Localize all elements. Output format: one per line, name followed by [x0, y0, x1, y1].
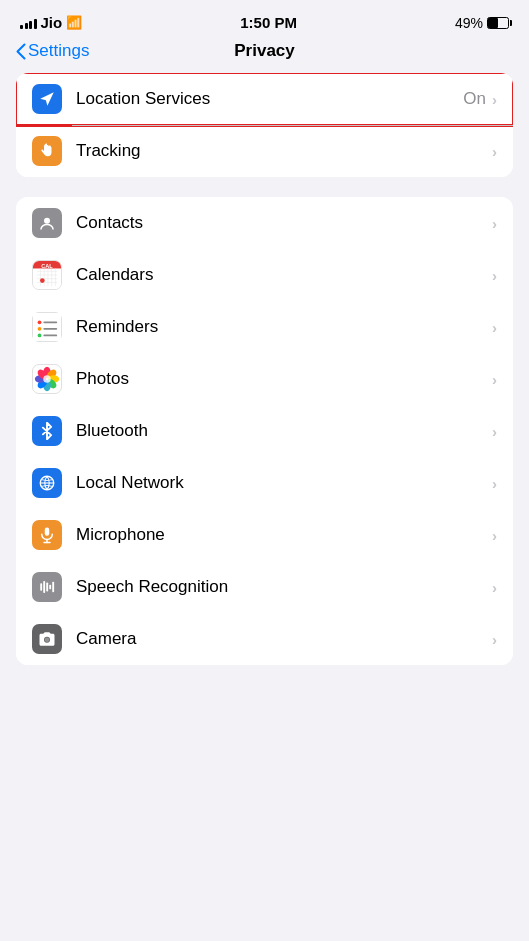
calendars-label: Calendars: [76, 265, 492, 285]
list-item-bluetooth[interactable]: Bluetooth ›: [16, 405, 513, 457]
nav-bar: Settings Privacy: [0, 37, 529, 73]
page-title: Privacy: [234, 41, 295, 61]
bluetooth-icon-bg: [32, 416, 62, 446]
calendars-chevron: ›: [492, 267, 497, 284]
status-battery: 49%: [455, 15, 509, 31]
svg-point-0: [44, 218, 50, 224]
photos-chevron: ›: [492, 371, 497, 388]
svg-point-41: [45, 638, 50, 643]
microphone-label: Microphone: [76, 525, 492, 545]
list-item-speech-recognition[interactable]: Speech Recognition ›: [16, 561, 513, 613]
bluetooth-icon: [38, 422, 56, 440]
reminders-icon: [33, 312, 61, 342]
location-services-label: Location Services: [76, 89, 463, 109]
status-carrier: Jio 📶: [20, 14, 82, 31]
list-item-microphone[interactable]: Microphone ›: [16, 509, 513, 561]
list-item-local-network[interactable]: Local Network ›: [16, 457, 513, 509]
location-services-value: On: [463, 89, 486, 109]
svg-rect-35: [40, 583, 42, 591]
wifi-icon: 📶: [66, 15, 82, 30]
camera-icon: [38, 630, 56, 648]
speech-recognition-icon: [38, 578, 56, 596]
reminders-label: Reminders: [76, 317, 492, 337]
list-item-photos[interactable]: Photos ›: [16, 353, 513, 405]
status-time: 1:50 PM: [240, 14, 297, 31]
microphone-chevron: ›: [492, 527, 497, 544]
back-button[interactable]: Settings: [16, 41, 89, 61]
svg-rect-32: [45, 528, 50, 536]
svg-rect-14: [33, 313, 61, 341]
list-item-location-services[interactable]: Location Services On ›: [16, 73, 513, 125]
local-network-label: Local Network: [76, 473, 492, 493]
photos-icon-bg: [32, 364, 62, 394]
svg-rect-38: [49, 585, 51, 590]
svg-rect-36: [43, 581, 45, 593]
calendars-icon: CAL: [33, 260, 61, 290]
camera-chevron: ›: [492, 631, 497, 648]
photos-label: Photos: [76, 369, 492, 389]
status-bar: Jio 📶 1:50 PM 49%: [0, 0, 529, 37]
globe-icon: [38, 474, 56, 492]
tracking-chevron: ›: [492, 143, 497, 160]
calendars-icon-bg: CAL: [32, 260, 62, 290]
contacts-icon: [38, 214, 56, 232]
list-item-tracking[interactable]: Tracking ›: [16, 125, 513, 177]
svg-point-17: [38, 334, 42, 338]
list-item-camera[interactable]: Camera ›: [16, 613, 513, 665]
location-arrow-icon: [38, 90, 56, 108]
microphone-icon: [38, 526, 56, 544]
camera-label: Camera: [76, 629, 492, 649]
svg-rect-37: [46, 583, 48, 592]
reminders-chevron: ›: [492, 319, 497, 336]
local-network-chevron: ›: [492, 475, 497, 492]
contacts-icon-bg: [32, 208, 62, 238]
list-item-contacts[interactable]: Contacts ›: [16, 197, 513, 249]
svg-point-13: [40, 278, 45, 283]
tracking-icon-bg: [32, 136, 62, 166]
svg-point-16: [38, 327, 42, 331]
section-privacy: Contacts › CAL Calendars ›: [16, 197, 513, 665]
photos-icon: [33, 364, 61, 394]
list-item-calendars[interactable]: CAL Calendars ›: [16, 249, 513, 301]
contacts-label: Contacts: [76, 213, 492, 233]
svg-text:CAL: CAL: [41, 263, 53, 269]
microphone-icon-bg: [32, 520, 62, 550]
speech-recognition-label: Speech Recognition: [76, 577, 492, 597]
signal-icon: [20, 17, 37, 29]
svg-rect-39: [52, 582, 54, 593]
bluetooth-label: Bluetooth: [76, 421, 492, 441]
tracking-label: Tracking: [76, 141, 492, 161]
local-network-icon-bg: [32, 468, 62, 498]
camera-icon-bg: [32, 624, 62, 654]
svg-point-15: [38, 320, 42, 324]
battery-icon: [487, 17, 509, 29]
location-services-icon: [32, 84, 62, 114]
svg-point-29: [43, 375, 50, 382]
bluetooth-chevron: ›: [492, 423, 497, 440]
tracking-icon: [38, 142, 56, 160]
speech-recognition-icon-bg: [32, 572, 62, 602]
location-services-chevron: ›: [492, 91, 497, 108]
reminders-icon-bg: [32, 312, 62, 342]
speech-recognition-chevron: ›: [492, 579, 497, 596]
contacts-chevron: ›: [492, 215, 497, 232]
section-location-tracking: Location Services On › Tracking ›: [16, 73, 513, 177]
back-chevron-icon: [16, 43, 26, 60]
list-item-reminders[interactable]: Reminders ›: [16, 301, 513, 353]
